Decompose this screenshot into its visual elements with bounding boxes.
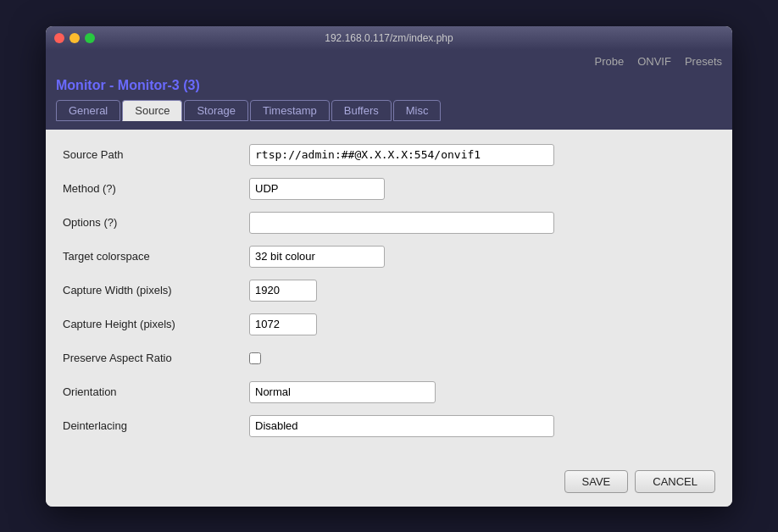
tab-general[interactable]: General	[56, 100, 120, 121]
main-window: 192.168.0.117/zm/index.php Probe ONVIF P…	[46, 26, 732, 507]
source-path-row: Source Path	[63, 143, 715, 167]
capture-height-input[interactable]	[249, 313, 317, 335]
nav-probe[interactable]: Probe	[594, 55, 624, 68]
deinterlacing-label: Deinterlacing	[63, 419, 249, 432]
orientation-label: Orientation	[63, 385, 249, 398]
orientation-select[interactable]: Normal Rotate Right Rotate Left Flip Hor…	[249, 381, 436, 403]
tab-timestamp[interactable]: Timestamp	[250, 100, 330, 121]
monitor-title: Monitor - Monitor-3 (3)	[56, 78, 722, 93]
capture-width-label: Capture Width (pixels)	[63, 284, 249, 296]
tab-misc[interactable]: Misc	[393, 100, 442, 121]
window-title: 192.168.0.117/zm/index.php	[325, 32, 453, 44]
source-path-input-wrap	[249, 144, 554, 166]
colorspace-label: Target colorspace	[63, 250, 249, 263]
method-select[interactable]: UDP TCP RTP/RTSP HTTP	[249, 178, 385, 200]
capture-height-label: Capture Height (pixels)	[63, 318, 249, 330]
capture-height-row: Capture Height (pixels)	[63, 313, 715, 336]
save-button[interactable]: SAVE	[564, 470, 629, 493]
orientation-row: Orientation Normal Rotate Right Rotate L…	[63, 380, 715, 404]
minimize-button[interactable]	[69, 33, 80, 43]
nav-presets[interactable]: Presets	[685, 55, 722, 68]
tabs-container: General Source Storage Timestamp Buffers…	[56, 100, 722, 121]
capture-width-input[interactable]	[249, 280, 317, 302]
options-input[interactable]	[249, 212, 554, 234]
form-content: Source Path Method (?) UDP TCP RTP/RTSP …	[46, 130, 732, 462]
preserve-aspect-row: Preserve Aspect Ratio	[63, 346, 715, 370]
tab-storage[interactable]: Storage	[184, 100, 248, 121]
traffic-lights	[54, 33, 95, 43]
preserve-aspect-checkbox-wrap	[249, 352, 261, 364]
colorspace-select[interactable]: 32 bit colour 24 bit colour 8 bit greysc…	[249, 246, 385, 268]
nav-onvif[interactable]: ONVIF	[637, 55, 671, 68]
preserve-aspect-checkbox[interactable]	[249, 352, 261, 364]
method-row: Method (?) UDP TCP RTP/RTSP HTTP	[63, 177, 715, 201]
source-path-input[interactable]	[249, 144, 554, 166]
footer: SAVE CANCEL	[46, 462, 732, 507]
tab-source[interactable]: Source	[122, 100, 182, 121]
maximize-button[interactable]	[85, 33, 95, 43]
deinterlacing-select[interactable]: Disabled Enabled - Odd Enabled - Even En…	[249, 415, 554, 437]
preserve-aspect-label: Preserve Aspect Ratio	[63, 352, 249, 364]
title-bar: 192.168.0.117/zm/index.php	[46, 26, 732, 50]
method-label: Method (?)	[63, 182, 249, 195]
tab-buffers[interactable]: Buffers	[331, 100, 392, 121]
deinterlacing-row: Deinterlacing Disabled Enabled - Odd Ena…	[63, 414, 715, 438]
monitor-header: Monitor - Monitor-3 (3) General Source S…	[46, 73, 732, 130]
close-button[interactable]	[54, 33, 64, 43]
capture-width-row: Capture Width (pixels)	[63, 279, 715, 302]
options-row: Options (?)	[63, 211, 715, 235]
source-path-label: Source Path	[63, 148, 249, 161]
colorspace-row: Target colorspace 32 bit colour 24 bit c…	[63, 245, 715, 269]
options-label: Options (?)	[63, 216, 249, 229]
cancel-button[interactable]: CANCEL	[635, 470, 715, 493]
nav-bar: Probe ONVIF Presets	[46, 50, 732, 73]
